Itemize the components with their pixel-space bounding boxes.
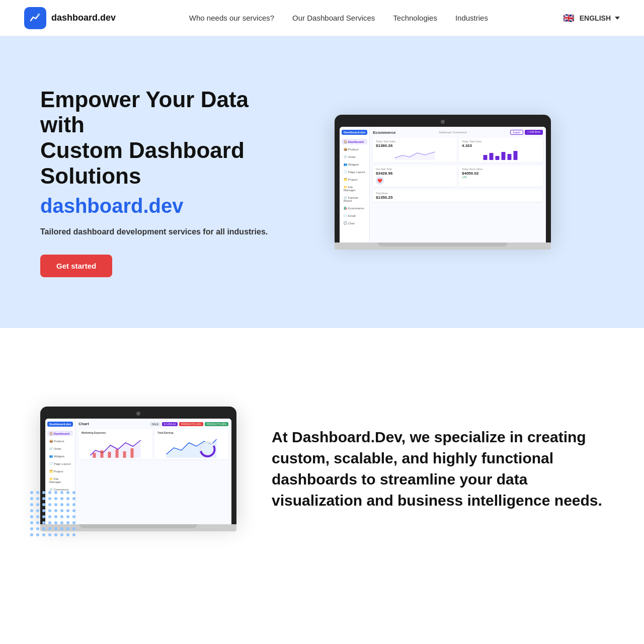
nav-industries[interactable]: Industries bbox=[455, 14, 488, 22]
laptop-screen-outer: Dashboard.dev 🏠 Dashboard 📦 Product 🛒 Or… bbox=[335, 115, 551, 243]
svg-rect-5 bbox=[502, 152, 506, 160]
section2: Dashboard.dev 🏠 Dashboard 📦 Product 🛒 Or… bbox=[0, 328, 644, 610]
nav-links: Who needs our services? Our Dashboard Se… bbox=[189, 14, 488, 23]
camera-dot-2 bbox=[136, 412, 140, 416]
language-flag: 🇬🇧 bbox=[561, 13, 576, 23]
nav-our-services[interactable]: Our Dashboard Services bbox=[292, 14, 375, 22]
svg-marker-1 bbox=[395, 152, 435, 160]
laptop-mockup-1: Dashboard.dev 🏠 Dashboard 📦 Product 🛒 Or… bbox=[335, 115, 551, 250]
svg-rect-14 bbox=[131, 448, 134, 458]
hero-section: Empower Your Data with Custom Dashboard … bbox=[0, 36, 644, 328]
mini-main-2: Chart SALE $ 3.856 All PRODUCTS 12% PROD… bbox=[75, 419, 231, 524]
mini-sidebar: Dashboard.dev 🏠 Dashboard 📦 Product 🛒 Or… bbox=[340, 127, 370, 243]
hero-content: Empower Your Data with Custom Dashboard … bbox=[40, 87, 282, 277]
svg-rect-13 bbox=[123, 451, 126, 458]
chevron-down-icon bbox=[615, 17, 620, 20]
language-label: ENGLISH bbox=[580, 14, 611, 22]
get-started-button[interactable]: Get started bbox=[40, 255, 112, 277]
svg-point-0 bbox=[38, 13, 40, 16]
logo-icon bbox=[24, 7, 46, 29]
section2-text: At Dashboard.Dev, we specialize in creat… bbox=[272, 427, 604, 511]
hero-heading: Empower Your Data with Custom Dashboard … bbox=[40, 87, 282, 189]
svg-rect-9 bbox=[93, 453, 96, 458]
logo-link[interactable]: dashboard.dev bbox=[24, 7, 116, 29]
nav-technologies[interactable]: Technologies bbox=[393, 14, 437, 22]
hero-image: Dashboard.dev 🏠 Dashboard 📦 Product 🛒 Or… bbox=[282, 115, 604, 250]
section2-description: At Dashboard.Dev, we specialize in creat… bbox=[272, 427, 604, 511]
svg-rect-4 bbox=[496, 156, 500, 160]
navbar-right: 🇬🇧 ENGLISH bbox=[561, 13, 620, 23]
svg-rect-12 bbox=[116, 449, 119, 458]
nav-who-needs[interactable]: Who needs our services? bbox=[189, 14, 274, 22]
svg-rect-6 bbox=[508, 154, 512, 160]
section2-image: Dashboard.dev 🏠 Dashboard 📦 Product 🛒 Or… bbox=[40, 407, 242, 531]
logo-text: dashboard.dev bbox=[51, 13, 116, 23]
svg-rect-10 bbox=[101, 450, 104, 458]
svg-rect-7 bbox=[514, 151, 518, 160]
svg-rect-11 bbox=[108, 452, 111, 458]
language-selector[interactable]: ENGLISH bbox=[580, 14, 620, 22]
svg-rect-3 bbox=[490, 153, 494, 160]
dots-decoration bbox=[30, 491, 80, 541]
laptop-screen: Dashboard.dev 🏠 Dashboard 📦 Product 🛒 Or… bbox=[340, 127, 546, 243]
svg-rect-2 bbox=[484, 155, 488, 160]
hero-brand: dashboard.dev bbox=[40, 195, 282, 217]
camera-dot bbox=[441, 120, 445, 124]
mini-main: Ecommerce Dashboard / Ecommerce Export +… bbox=[370, 127, 546, 243]
hero-subtitle: Tailored dashboard development services … bbox=[40, 227, 282, 236]
navbar: dashboard.dev Who needs our services? Ou… bbox=[0, 0, 644, 36]
laptop-base bbox=[335, 243, 551, 250]
